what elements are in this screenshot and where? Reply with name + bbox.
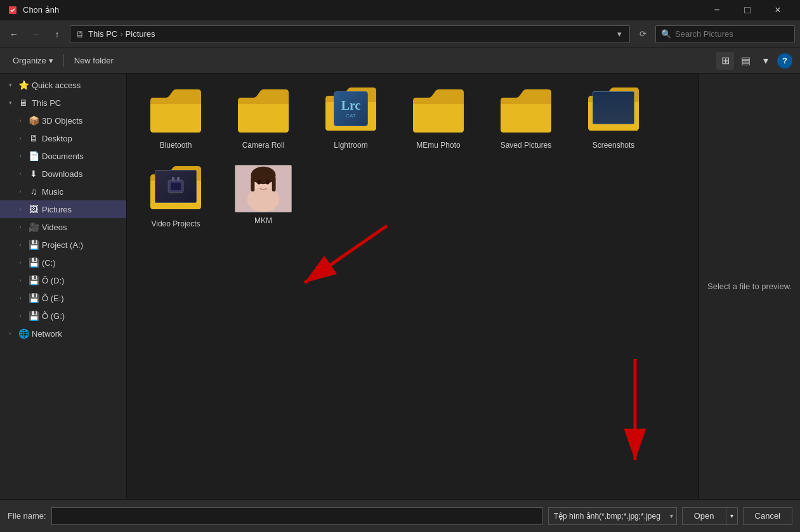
toolbar-right: ⊞ ▤ ▾ ? xyxy=(716,52,792,70)
sidebar-item-drive-d[interactable]: › 💾 Õ (D:) xyxy=(0,271,126,289)
sidebar-item-documents[interactable]: › 📄 Documents xyxy=(0,147,126,165)
file-label-lightroom: Lightroom xyxy=(334,141,367,150)
file-grid: Bluetooth Camera Roll xyxy=(134,81,691,233)
new-folder-button[interactable]: New folder xyxy=(69,52,119,70)
forward-button[interactable]: → xyxy=(27,25,44,43)
sidebar-label-project-a: Project (A:) xyxy=(42,240,83,250)
close-button[interactable]: × xyxy=(763,0,792,20)
preview-pane: Select a file to preview. xyxy=(698,74,800,499)
music-icon: ♫ xyxy=(28,186,39,197)
refresh-button[interactable]: ⟳ xyxy=(634,25,652,43)
file-item-lightroom[interactable]: Lrc CAT Lightroom xyxy=(310,81,392,155)
file-type-select-wrap: Tệp hình ảnh(*.bmp;*.jpg;*.jpeg ▾ xyxy=(548,507,677,525)
bottom-bar: File name: Tệp hình ảnh(*.bmp;*.jpg;*.jp… xyxy=(0,499,800,532)
network-icon: 🌐 xyxy=(18,328,29,339)
expand-icon-3d: › xyxy=(15,115,25,126)
folder-icon-lightroom: Lrc CAT xyxy=(322,86,379,137)
file-item-mkm[interactable]: MKM xyxy=(222,160,305,233)
up-button[interactable]: ↑ xyxy=(48,25,66,43)
file-item-screenshots[interactable]: Screenshots xyxy=(572,81,655,155)
file-label-saved-pictures: Saved Pictures xyxy=(501,141,552,150)
file-item-video-projects[interactable]: Video Projects xyxy=(134,160,217,233)
svg-point-8 xyxy=(251,167,275,184)
sidebar-item-drive-e[interactable]: › 💾 Õ (E:) xyxy=(0,289,126,307)
folder-svg-saved-pictures xyxy=(497,88,554,136)
open-dropdown-button[interactable]: ▾ xyxy=(726,507,738,525)
view-dropdown-button[interactable]: ▾ xyxy=(757,52,775,70)
preview-text: Select a file to preview. xyxy=(707,282,792,291)
file-item-bluetooth[interactable]: Bluetooth xyxy=(134,81,217,155)
expand-icon-music: › xyxy=(15,186,25,197)
expand-icon-pictures: › xyxy=(15,204,25,214)
file-item-camera-roll[interactable]: Camera Roll xyxy=(222,81,305,155)
sidebar-item-drive-c[interactable]: › 💾 (C:) xyxy=(0,254,126,271)
sidebar-item-this-pc[interactable]: ▾ 🖥 This PC xyxy=(0,94,126,112)
folder-icon-bluetooth xyxy=(147,86,204,137)
desktop-icon: 🖥 xyxy=(28,133,39,144)
sidebar-label-network: Network xyxy=(32,329,62,339)
folder-icon-camera-roll xyxy=(235,86,292,137)
open-button[interactable]: Open xyxy=(682,507,726,525)
file-label-bluetooth: Bluetooth xyxy=(160,141,192,150)
sidebar-item-videos[interactable]: › 🎥 Videos xyxy=(0,218,126,236)
address-bar-row: ← → ↑ 🖥 This PC › Pictures ▾ ⟳ 🔍 xyxy=(0,20,800,48)
sidebar-item-quick-access[interactable]: ▾ ⭐ Quick access xyxy=(0,76,126,94)
sidebar-item-desktop[interactable]: › 🖥 Desktop xyxy=(0,129,126,147)
videos-icon: 🎥 xyxy=(28,221,39,233)
documents-icon: 📄 xyxy=(28,150,39,162)
search-input[interactable] xyxy=(675,29,789,39)
drive-g-icon: 💾 xyxy=(28,310,39,321)
view-icons-button[interactable]: ⊞ xyxy=(716,52,734,70)
sidebar-item-downloads[interactable]: › ⬇ Downloads xyxy=(0,165,126,183)
file-name-input[interactable] xyxy=(51,507,543,525)
video-thumb-svg xyxy=(163,174,188,199)
view-list-button[interactable]: ▤ xyxy=(737,52,754,70)
cancel-button[interactable]: Cancel xyxy=(743,507,792,525)
organize-button[interactable]: Organize ▾ xyxy=(8,52,58,70)
minimize-button[interactable]: − xyxy=(702,0,731,20)
sidebar-item-pictures[interactable]: › 🖼 Pictures xyxy=(0,200,126,218)
folder-icon-video-projects xyxy=(147,165,204,216)
sidebar-item-project-a[interactable]: › 💾 Project (A:) xyxy=(0,236,126,254)
3d-objects-icon: 📦 xyxy=(28,115,39,126)
sidebar-item-3d-objects[interactable]: › 📦 3D Objects xyxy=(0,112,126,129)
expand-icon-quick-access: ▾ xyxy=(5,80,15,90)
svg-rect-3 xyxy=(172,177,174,181)
folder-svg-camera-roll xyxy=(235,88,292,136)
title-bar-left: Chon ảnh xyxy=(8,5,59,15)
sidebar-item-drive-g[interactable]: › 💾 Õ (G:) xyxy=(0,307,126,325)
file-label-camera-roll: Camera Roll xyxy=(242,141,285,150)
video-thumb-gradient xyxy=(155,171,196,202)
address-bar[interactable]: 🖥 This PC › Pictures ▾ xyxy=(70,25,630,43)
file-type-select[interactable]: Tệp hình ảnh(*.bmp;*.jpg;*.jpeg xyxy=(548,507,677,525)
view-dropdown-icon: ▾ xyxy=(763,55,768,67)
open-button-wrap: Open ▾ xyxy=(682,507,738,525)
sidebar-item-network[interactable]: › 🌐 Network xyxy=(0,325,126,342)
expand-icon-network: › xyxy=(5,328,15,339)
sidebar-item-music[interactable]: › ♫ Music xyxy=(0,183,126,200)
main-layout: ▾ ⭐ Quick access ▾ 🖥 This PC › 📦 3D Obje… xyxy=(0,74,800,499)
downloads-icon: ⬇ xyxy=(28,168,39,179)
screenshots-thumb-inner xyxy=(593,91,634,124)
path-pc: This PC xyxy=(88,29,117,39)
path-folder: Pictures xyxy=(126,29,155,39)
back-button[interactable]: ← xyxy=(5,25,23,43)
folder-svg-memu-photo xyxy=(410,88,467,136)
organize-chevron-icon: ▾ xyxy=(49,56,53,65)
sidebar-label-pictures: Pictures xyxy=(42,205,72,214)
file-label-video-projects: Video Projects xyxy=(151,219,200,228)
title-bar-controls: − □ × xyxy=(702,0,792,20)
svg-rect-10 xyxy=(272,176,276,191)
folder-icon-saved-pictures xyxy=(497,86,554,137)
maximize-button[interactable]: □ xyxy=(733,0,762,20)
expand-icon-drive-c: › xyxy=(15,257,25,268)
mkm-thumb-svg xyxy=(235,165,291,212)
file-item-saved-pictures[interactable]: Saved Pictures xyxy=(485,81,567,155)
address-dropdown-button[interactable]: ▾ xyxy=(615,29,624,39)
help-button[interactable]: ? xyxy=(777,53,792,68)
content-area: Bluetooth Camera Roll xyxy=(127,74,698,499)
file-name-label: File name: xyxy=(8,511,46,521)
search-box[interactable]: 🔍 xyxy=(655,25,795,43)
file-item-memu-photo[interactable]: MEmu Photo xyxy=(397,81,480,155)
view-list-icon: ▤ xyxy=(741,55,751,67)
